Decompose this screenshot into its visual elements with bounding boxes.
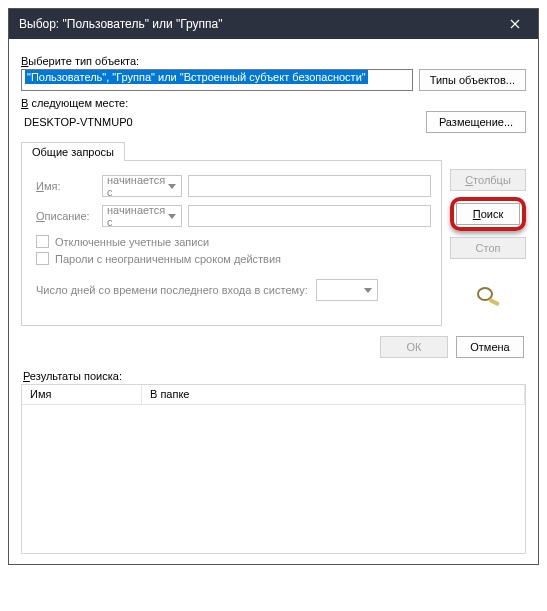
desc-input[interactable] — [188, 205, 431, 227]
location-label: В следующем месте: — [21, 97, 526, 109]
svg-rect-1 — [488, 298, 500, 306]
results-header: Имя В папке — [22, 385, 525, 405]
days-label: Число дней со времени последнего входа в… — [36, 284, 308, 296]
magnifier-icon — [474, 285, 502, 307]
col-name[interactable]: Имя — [22, 385, 142, 404]
disabled-accounts-checkbox[interactable] — [36, 235, 49, 248]
ok-button: ОК — [380, 336, 448, 358]
close-button[interactable] — [492, 9, 538, 39]
location-value: DESKTOP-VTNMUP0 — [24, 116, 133, 128]
non-expiring-label: Пароли с неограниченным сроком действия — [55, 253, 281, 265]
svg-point-0 — [478, 288, 492, 300]
object-types-button[interactable]: Типы объектов... — [419, 69, 526, 91]
days-combo[interactable] — [316, 279, 378, 301]
name-input[interactable] — [188, 175, 431, 197]
tab-common-queries[interactable]: Общие запросы — [21, 142, 125, 161]
content-area: Выберите тип объекта: "Пользователь", "Г… — [9, 39, 538, 564]
desc-mode-combo[interactable]: начинается с — [102, 205, 182, 227]
name-mode-combo[interactable]: начинается с — [102, 175, 182, 197]
location-input[interactable]: DESKTOP-VTNMUP0 — [21, 112, 420, 132]
close-icon — [510, 19, 520, 29]
disabled-accounts-label: Отключенные учетные записи — [55, 236, 209, 248]
name-label: Имя: — [36, 180, 96, 192]
window-title: Выбор: "Пользователь" или "Группа" — [19, 17, 492, 31]
query-panel: Имя: начинается с Описание: начинается с… — [21, 160, 442, 326]
results-table[interactable]: Имя В папке — [21, 384, 526, 554]
location-button[interactable]: Размещение... — [426, 111, 526, 133]
stop-button: Стоп — [450, 237, 526, 259]
search-highlight: Поиск — [450, 197, 526, 231]
object-type-input[interactable]: "Пользователь", "Группа" или "Встроенный… — [21, 69, 413, 91]
search-button[interactable]: Поиск — [456, 203, 520, 225]
cancel-button[interactable]: Отмена — [456, 336, 524, 358]
dialog-window: Выбор: "Пользователь" или "Группа" Выбер… — [8, 8, 539, 565]
non-expiring-checkbox[interactable] — [36, 252, 49, 265]
col-folder[interactable]: В папке — [142, 385, 525, 404]
desc-label: Описание: — [36, 210, 96, 222]
titlebar: Выбор: "Пользователь" или "Группа" — [9, 9, 538, 39]
results-label: Результаты поиска: — [23, 370, 526, 382]
columns-button: Столбцы — [450, 169, 526, 191]
object-type-label: Выберите тип объекта: — [21, 55, 526, 67]
object-type-value: "Пользователь", "Группа" или "Встроенный… — [25, 70, 368, 84]
